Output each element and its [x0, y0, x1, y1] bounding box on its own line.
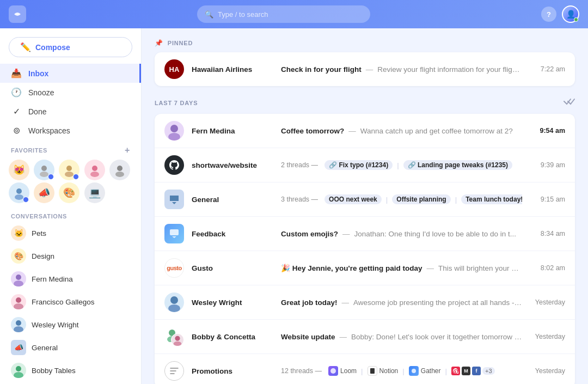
email-subject: Check in for your flight	[281, 65, 362, 74]
compose-button[interactable]: ✏️ Compose	[9, 37, 132, 57]
svg-point-19	[168, 133, 180, 141]
email-time: 7:22 am	[530, 65, 565, 73]
hawaiian-airlines-logo: HA	[164, 59, 184, 79]
favorite-avatar[interactable]	[59, 160, 79, 180]
email-row[interactable]: shortwave/website 2 threads — 🔗 Fix typo…	[155, 148, 575, 182]
favorite-avatar[interactable]: 💻	[84, 182, 105, 203]
email-subject: Coffee tomorrow?	[281, 127, 344, 135]
conv-avatar-francisco	[11, 294, 26, 309]
help-button[interactable]: ?	[541, 7, 556, 22]
email-row[interactable]: General 3 threads — OOO next week | Offs…	[155, 182, 575, 217]
favorite-avatar[interactable]: 📣	[34, 182, 54, 203]
email-row[interactable]: HA Hawaiian Airlines Check in for your f…	[155, 52, 575, 86]
email-sender: Fern Medina	[192, 127, 273, 135]
email-time: Yesterday	[530, 298, 565, 306]
svg-point-5	[90, 172, 99, 177]
thread-tag: Offsite planning	[392, 194, 450, 204]
thread-count: 2 threads —	[281, 161, 318, 169]
add-favorite-button[interactable]: +	[125, 145, 130, 155]
app-logo[interactable]	[9, 5, 26, 23]
svg-rect-20	[170, 229, 179, 235]
email-sender: Wesley Wright	[192, 298, 273, 307]
thread-tag: Team lunch today!	[461, 194, 522, 204]
conv-label-bobby: Bobby Tables	[32, 367, 76, 375]
email-subject: Great job today!	[281, 298, 338, 307]
conversations-header: CONVERSATIONS	[0, 208, 141, 222]
conv-label-wesley: Wesley Wright	[32, 321, 79, 329]
thread-tag: OOO next week	[324, 194, 382, 204]
sidebar-item-workspaces[interactable]: ⊚ Workspaces	[0, 121, 141, 140]
email-time: 9:54 am	[530, 127, 565, 135]
sidebar-item-engineering[interactable]: 💻 Engineering	[0, 382, 141, 384]
email-row[interactable]: Feedback Custom emojis? — Jonathan: One …	[155, 217, 575, 251]
favorite-avatar[interactable]	[34, 160, 54, 180]
email-time: 9:15 am	[530, 196, 565, 203]
sidebar-item-design[interactable]: 🎨 Design	[0, 245, 141, 267]
email-time: Yesterday	[530, 333, 565, 340]
conv-label-general: General	[32, 344, 58, 352]
svg-point-10	[16, 275, 21, 280]
favorite-avatar[interactable]: 😻	[9, 160, 29, 180]
conv-avatar-bobby	[11, 363, 26, 378]
email-sender: Hawaiian Airlines	[192, 65, 273, 74]
svg-point-4	[92, 166, 97, 171]
user-avatar[interactable]: 👤	[562, 5, 579, 23]
svg-point-14	[16, 320, 21, 326]
compose-label: Compose	[35, 43, 70, 52]
promotions-icon	[164, 361, 184, 381]
favorite-avatar[interactable]	[84, 160, 105, 180]
online-indicator	[574, 17, 578, 22]
search-bar[interactable]: 🔍 Type / to search	[197, 5, 370, 23]
email-time: 8:34 am	[530, 230, 565, 237]
sidebar-item-francisco[interactable]: Francisco Gallegos	[0, 290, 141, 313]
sidebar-item-fern[interactable]: Fern Medina	[0, 267, 141, 290]
svg-point-7	[115, 172, 124, 177]
email-time: 8:02 am	[530, 264, 565, 272]
last7-email-list: Fern Medina Coffee tomorrow? — Wanna cat…	[155, 114, 575, 384]
sidebar-item-bobby[interactable]: Bobby Tables	[0, 359, 141, 382]
email-row[interactable]: Promotions 12 threads — Loom |	[155, 354, 575, 384]
email-body: 12 threads — Loom |	[281, 366, 522, 376]
feedback-icon	[164, 224, 184, 243]
check-all-button[interactable]	[563, 97, 575, 108]
svg-point-18	[170, 125, 178, 132]
svg-point-0	[41, 166, 47, 171]
thread-tags: OOO next week | Offsite planning | Team …	[324, 194, 522, 204]
email-preview: Jonathan: One thing I'd love to be able …	[354, 230, 517, 238]
conv-label-design: Design	[32, 252, 54, 260]
thread-tags: 🔗 Fix typo (#1234) | 🔗 Landing page twea…	[324, 160, 512, 170]
email-body: 2 threads — 🔗 Fix typo (#1234) | 🔗 Landi…	[281, 160, 522, 170]
sidebar-item-general[interactable]: 📣 General	[0, 336, 141, 359]
svg-point-25	[175, 336, 180, 341]
email-body: Check in for your flight — Review your f…	[281, 65, 522, 74]
favorite-avatar[interactable]: 🎨	[59, 182, 79, 203]
workspaces-icon: ⊚	[11, 125, 22, 136]
email-row[interactable]: Bobby & Concetta Website update — Bobby:…	[155, 320, 575, 354]
conv-label-pets: Pets	[32, 229, 46, 237]
email-body: 3 threads — OOO next week | Offsite plan…	[281, 194, 522, 204]
email-row[interactable]: gusto Gusto 🎉 Hey Jennie, you're getting…	[155, 251, 575, 285]
plus-badge: +3	[482, 367, 495, 375]
email-preview: Awesome job presenting the project at al…	[353, 298, 522, 307]
svg-point-15	[14, 326, 23, 332]
sidebar-item-inbox-label: Inbox	[28, 69, 48, 78]
sidebar-item-snooze[interactable]: 🕐 Snooze	[0, 83, 141, 102]
svg-point-27	[330, 368, 336, 374]
conv-avatar-pets: 🐱	[11, 225, 26, 241]
sidebar-item-inbox[interactable]: 📥 Inbox	[0, 64, 141, 83]
svg-point-26	[174, 342, 182, 346]
conv-label-fern: Fern Medina	[32, 275, 73, 283]
sidebar-item-workspaces-label: Workspaces	[28, 126, 70, 135]
conv-avatar-design: 🎨	[11, 248, 26, 264]
favorite-avatar[interactable]	[109, 160, 130, 180]
sidebar-item-done[interactable]: ✓ Done	[0, 102, 141, 121]
pinned-email-list: HA Hawaiian Airlines Check in for your f…	[155, 52, 575, 86]
svg-rect-28	[370, 368, 375, 374]
email-row[interactable]: Fern Medina Coffee tomorrow? — Wanna cat…	[155, 114, 575, 148]
sidebar-item-pets[interactable]: 🐱 Pets	[0, 222, 141, 245]
loom-icon	[328, 366, 338, 376]
email-sender: Gusto	[192, 264, 273, 272]
email-row[interactable]: Wesley Wright Great job today! — Awesome…	[155, 285, 575, 320]
favorite-avatar[interactable]	[9, 182, 29, 203]
sidebar-item-wesley[interactable]: Wesley Wright	[0, 313, 141, 336]
